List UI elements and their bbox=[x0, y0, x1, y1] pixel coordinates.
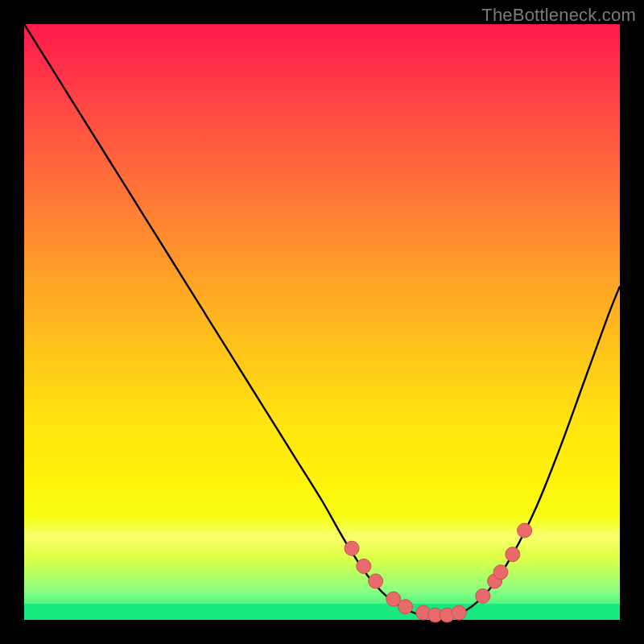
data-dot bbox=[398, 600, 413, 614]
watermark-text: TheBottleneck.com bbox=[481, 5, 636, 26]
data-dot bbox=[493, 565, 508, 580]
data-dot bbox=[345, 541, 359, 555]
dots-group bbox=[345, 523, 532, 622]
chart-svg bbox=[24, 24, 620, 620]
data-dot bbox=[357, 559, 371, 573]
data-dot bbox=[518, 523, 532, 538]
data-dot bbox=[452, 605, 466, 620]
data-dot bbox=[506, 547, 520, 562]
chart-frame: TheBottleneck.com bbox=[0, 0, 644, 644]
data-dot bbox=[476, 588, 490, 603]
data-dot bbox=[369, 574, 383, 588]
